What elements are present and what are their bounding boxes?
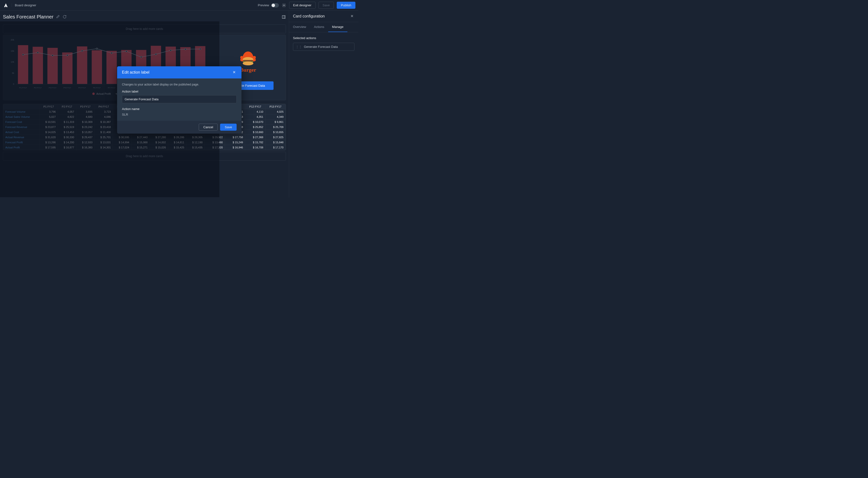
action-item-label: Generate Forecast Data xyxy=(304,45,338,49)
table-header: P13 FY17 xyxy=(265,104,285,109)
close-icon[interactable] xyxy=(350,14,354,19)
save-button[interactable]: Save xyxy=(220,124,237,131)
card-config-panel: Card configuration Overview Actions Mana… xyxy=(289,11,358,197)
tab-overview[interactable]: Overview xyxy=(289,22,310,32)
app-logo-icon xyxy=(3,2,9,8)
svg-text:Burger: Burger xyxy=(240,67,256,73)
action-label-input[interactable] xyxy=(122,95,237,103)
exit-designer-button[interactable]: Exit designer xyxy=(289,2,316,9)
tab-manage[interactable]: Manage xyxy=(328,22,347,32)
app-mode-label: Board designer xyxy=(12,3,36,7)
svg-rect-1 xyxy=(282,15,285,19)
svg-rect-48 xyxy=(243,60,253,61)
selected-actions-label: Selected actions xyxy=(293,36,354,40)
svg-point-50 xyxy=(243,61,253,65)
close-icon[interactable] xyxy=(232,70,237,74)
drag-handle-icon[interactable]: ⋮⋮ xyxy=(296,45,302,49)
action-label-field-label: Action label xyxy=(122,90,237,93)
preview-toggle[interactable] xyxy=(271,3,279,7)
collapse-panel-icon[interactable] xyxy=(282,15,286,19)
preview-label: Preview xyxy=(258,3,269,7)
selected-action-item[interactable]: ⋮⋮ Generate Forecast Data xyxy=(293,43,354,51)
tab-actions[interactable]: Actions xyxy=(310,22,328,32)
refresh-icon[interactable] xyxy=(63,15,67,19)
page-title: Sales Forecast Planner xyxy=(3,14,54,20)
action-name-value: SLR xyxy=(122,113,237,116)
save-button[interactable]: Save xyxy=(318,2,334,9)
edit-action-label-modal: Edit action label Changes to your action… xyxy=(117,66,242,134)
edit-title-icon[interactable] xyxy=(56,15,60,19)
modal-hint: Changes to your action label display on … xyxy=(122,83,237,86)
svg-point-0 xyxy=(283,5,284,6)
table-header: P12 FY17 xyxy=(245,104,265,109)
cancel-button[interactable]: Cancel xyxy=(199,124,218,131)
action-name-label: Action name xyxy=(122,107,237,111)
publish-button[interactable]: Publish xyxy=(337,2,355,9)
modal-title: Edit action label xyxy=(122,70,149,74)
top-bar: Board designer Preview Exit designer Sav… xyxy=(0,0,358,11)
panel-title: Card configuration xyxy=(293,14,325,19)
gear-icon[interactable] xyxy=(282,3,286,7)
